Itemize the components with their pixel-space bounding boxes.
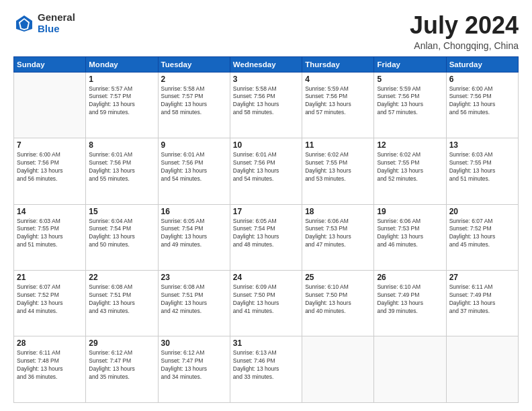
weekday-header-wednesday: Wednesday [230,56,302,72]
day-info: Sunrise: 6:03 AMSunset: 7:55 PMDaylight:… [449,151,515,183]
day-cell: 16Sunrise: 6:05 AMSunset: 7:54 PMDayligh… [158,204,230,270]
day-cell: 11Sunrise: 6:02 AMSunset: 7:55 PMDayligh… [302,138,374,204]
day-cell [302,336,374,403]
page: General Blue July 2024 Anlan, Chongqing,… [0,0,532,411]
day-info: Sunrise: 5:57 AMSunset: 7:57 PMDaylight:… [89,85,154,118]
weekday-header-thursday: Thursday [302,56,374,72]
day-cell: 21Sunrise: 6:07 AMSunset: 7:52 PMDayligh… [14,271,86,336]
day-cell: 10Sunrise: 6:01 AMSunset: 7:56 PMDayligh… [230,138,302,204]
week-row-2: 7Sunrise: 6:00 AMSunset: 7:56 PMDaylight… [14,138,519,204]
day-cell: 9Sunrise: 6:01 AMSunset: 7:56 PMDaylight… [158,138,230,204]
day-cell: 27Sunrise: 6:11 AMSunset: 7:49 PMDayligh… [446,271,518,336]
day-number: 20 [449,207,515,216]
day-number: 26 [377,273,443,282]
day-number: 2 [161,75,227,84]
day-info: Sunrise: 6:02 AMSunset: 7:55 PMDaylight:… [305,151,371,183]
day-cell: 14Sunrise: 6:03 AMSunset: 7:55 PMDayligh… [14,204,86,270]
day-cell: 30Sunrise: 6:12 AMSunset: 7:47 PMDayligh… [158,336,230,403]
day-info: Sunrise: 5:59 AMSunset: 7:56 PMDaylight:… [377,85,443,118]
day-number: 19 [377,207,443,216]
day-number: 25 [305,273,371,282]
logo-general: General [38,12,75,24]
week-row-4: 21Sunrise: 6:07 AMSunset: 7:52 PMDayligh… [14,271,519,336]
day-number: 1 [89,75,154,84]
day-number: 30 [161,338,227,348]
day-number: 9 [161,140,227,150]
day-info: Sunrise: 6:07 AMSunset: 7:52 PMDaylight:… [17,283,83,316]
title-area: July 2024 Anlan, Chongqing, China [410,12,519,51]
day-cell: 19Sunrise: 6:06 AMSunset: 7:53 PMDayligh… [374,204,446,270]
day-number: 4 [305,75,371,84]
day-cell [14,72,86,138]
week-row-1: 1Sunrise: 5:57 AMSunset: 7:57 PMDaylight… [14,72,519,138]
day-number: 18 [305,207,371,216]
day-number: 27 [449,273,515,282]
day-cell: 1Sunrise: 5:57 AMSunset: 7:57 PMDaylight… [86,72,158,138]
day-info: Sunrise: 6:05 AMSunset: 7:54 PMDaylight:… [233,218,299,250]
day-number: 31 [233,338,299,348]
day-info: Sunrise: 6:12 AMSunset: 7:47 PMDaylight:… [89,349,154,381]
day-info: Sunrise: 6:05 AMSunset: 7:54 PMDaylight:… [161,218,227,250]
day-number: 28 [17,338,83,348]
day-cell: 17Sunrise: 6:05 AMSunset: 7:54 PMDayligh… [230,204,302,270]
logo: General Blue [13,12,75,34]
day-cell: 24Sunrise: 6:09 AMSunset: 7:50 PMDayligh… [230,271,302,336]
week-row-3: 14Sunrise: 6:03 AMSunset: 7:55 PMDayligh… [14,204,519,270]
day-info: Sunrise: 6:08 AMSunset: 7:51 PMDaylight:… [161,283,227,316]
day-number: 11 [305,140,371,150]
day-info: Sunrise: 6:00 AMSunset: 7:56 PMDaylight:… [449,85,515,118]
weekday-header-row: SundayMondayTuesdayWednesdayThursdayFrid… [14,56,519,72]
day-info: Sunrise: 6:11 AMSunset: 7:48 PMDaylight:… [17,349,83,381]
day-cell: 26Sunrise: 6:10 AMSunset: 7:49 PMDayligh… [374,271,446,336]
day-number: 15 [89,207,154,216]
day-info: Sunrise: 6:10 AMSunset: 7:50 PMDaylight:… [305,283,371,316]
day-info: Sunrise: 6:11 AMSunset: 7:49 PMDaylight:… [449,283,515,316]
day-info: Sunrise: 6:01 AMSunset: 7:56 PMDaylight:… [161,151,227,183]
weekday-header-friday: Friday [374,56,446,72]
logo-blue: Blue [38,24,75,35]
day-info: Sunrise: 5:58 AMSunset: 7:56 PMDaylight:… [233,85,299,118]
day-number: 17 [233,207,299,216]
day-cell: 12Sunrise: 6:02 AMSunset: 7:55 PMDayligh… [374,138,446,204]
day-number: 3 [233,75,299,84]
day-cell: 2Sunrise: 5:58 AMSunset: 7:57 PMDaylight… [158,72,230,138]
day-number: 7 [17,140,83,150]
day-cell: 29Sunrise: 6:12 AMSunset: 7:47 PMDayligh… [86,336,158,403]
day-number: 23 [161,273,227,282]
logo-text: General Blue [38,12,75,34]
day-cell: 8Sunrise: 6:01 AMSunset: 7:56 PMDaylight… [86,138,158,204]
day-number: 16 [161,207,227,216]
day-number: 24 [233,273,299,282]
day-info: Sunrise: 6:12 AMSunset: 7:47 PMDaylight:… [161,349,227,381]
day-info: Sunrise: 5:58 AMSunset: 7:57 PMDaylight:… [161,85,227,118]
logo-icon [13,13,35,34]
day-info: Sunrise: 6:03 AMSunset: 7:55 PMDaylight:… [17,218,83,250]
day-info: Sunrise: 6:08 AMSunset: 7:51 PMDaylight:… [89,283,154,316]
day-info: Sunrise: 6:09 AMSunset: 7:50 PMDaylight:… [233,283,299,316]
day-number: 29 [89,338,154,348]
day-cell: 15Sunrise: 6:04 AMSunset: 7:54 PMDayligh… [86,204,158,270]
day-info: Sunrise: 6:01 AMSunset: 7:56 PMDaylight:… [89,151,154,183]
day-number: 6 [449,75,515,84]
day-info: Sunrise: 6:01 AMSunset: 7:56 PMDaylight:… [233,151,299,183]
day-cell: 31Sunrise: 6:13 AMSunset: 7:46 PMDayligh… [230,336,302,403]
calendar: SundayMondayTuesdayWednesdayThursdayFrid… [13,56,519,403]
header: General Blue July 2024 Anlan, Chongqing,… [13,12,519,51]
day-cell: 5Sunrise: 5:59 AMSunset: 7:56 PMDaylight… [374,72,446,138]
day-info: Sunrise: 6:06 AMSunset: 7:53 PMDaylight:… [305,218,371,250]
weekday-header-tuesday: Tuesday [158,56,230,72]
day-cell: 18Sunrise: 6:06 AMSunset: 7:53 PMDayligh… [302,204,374,270]
day-cell: 4Sunrise: 5:59 AMSunset: 7:56 PMDaylight… [302,72,374,138]
day-info: Sunrise: 6:02 AMSunset: 7:55 PMDaylight:… [377,151,443,183]
day-cell: 22Sunrise: 6:08 AMSunset: 7:51 PMDayligh… [86,271,158,336]
day-number: 5 [377,75,443,84]
day-info: Sunrise: 6:13 AMSunset: 7:46 PMDaylight:… [233,349,299,381]
weekday-header-monday: Monday [86,56,158,72]
day-number: 10 [233,140,299,150]
day-cell: 28Sunrise: 6:11 AMSunset: 7:48 PMDayligh… [14,336,86,403]
day-cell: 3Sunrise: 5:58 AMSunset: 7:56 PMDaylight… [230,72,302,138]
weekday-header-saturday: Saturday [446,56,518,72]
day-cell: 20Sunrise: 6:07 AMSunset: 7:52 PMDayligh… [446,204,518,270]
day-cell: 6Sunrise: 6:00 AMSunset: 7:56 PMDaylight… [446,72,518,138]
day-info: Sunrise: 6:04 AMSunset: 7:54 PMDaylight:… [89,218,154,250]
